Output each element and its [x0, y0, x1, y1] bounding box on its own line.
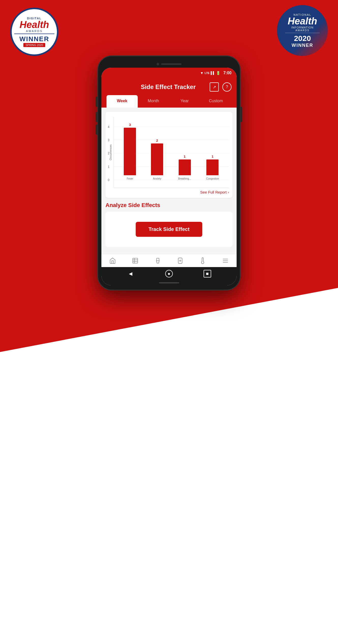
bar-breathing-rect — [179, 159, 191, 175]
bar-breathing: 1 Breathing... — [178, 155, 191, 180]
app-header: Side Effect Tracker ↗ ? Week Month Year … — [101, 78, 237, 108]
track-side-effect-button[interactable]: Track Side Effect — [136, 222, 202, 237]
header-icons: ↗ ? — [210, 82, 232, 92]
battery-icon: 🔋 — [216, 71, 220, 75]
tab-custom[interactable]: Custom — [200, 95, 232, 108]
bar-congestion-rect — [206, 159, 219, 175]
award-right-line2: Health — [288, 16, 317, 26]
app-title-row: Side Effect Tracker ↗ ? — [106, 82, 232, 92]
nav-menu[interactable] — [222, 257, 229, 264]
analyze-card: Track Side Effect — [105, 212, 233, 247]
bar-fever: 3 Fever — [124, 123, 136, 180]
grid-label-4: 4 — [108, 125, 110, 129]
bar-breathing-label: Breathing... — [178, 177, 191, 180]
see-full-report-link[interactable]: See Full Report › — [109, 190, 229, 194]
award-left-line2: Health — [20, 20, 49, 30]
help-button[interactable]: ? — [222, 82, 232, 92]
analyze-title: Analyze Side Effects — [105, 202, 233, 209]
tab-week[interactable]: Week — [106, 95, 138, 108]
grid-label-1: 1 — [108, 165, 110, 169]
grid-label-3: 3 — [108, 138, 110, 142]
status-bar: ▼ LTE ▌▌ 🔋 7:00 — [101, 68, 237, 78]
export-button[interactable]: ↗ — [210, 82, 219, 92]
app-content: Occurrences 4 3 2 — [101, 108, 237, 254]
bar-anxiety-value: 2 — [156, 139, 158, 142]
bar-breathing-value: 1 — [184, 155, 186, 158]
award-badge-right: NATIONAL Health INFORMATION AWARDS 2020 … — [277, 5, 328, 56]
grid-label-2: 2 — [108, 152, 110, 155]
tab-year[interactable]: Year — [169, 95, 200, 108]
camera-dot — [157, 63, 159, 65]
bar-anxiety: 2 Anxiety — [151, 139, 163, 180]
android-nav: ◀ ● ■ — [101, 267, 237, 280]
grid-label-0: 0 — [108, 178, 110, 182]
bar-fever-rect — [124, 128, 136, 175]
bar-fever-label: Fever — [127, 177, 133, 180]
chart-area: Occurrences 4 3 2 — [109, 117, 229, 188]
phone-bottom-indicator — [101, 280, 237, 285]
bar-congestion-value: 1 — [212, 155, 213, 158]
award-right-winner: WINNER — [292, 43, 313, 48]
camera-bar — [101, 61, 237, 68]
bottom-nav — [101, 254, 237, 267]
swipe-indicator — [159, 282, 179, 283]
app-title: Side Effect Tracker — [127, 83, 210, 91]
bars-area: 3 Fever 2 Anxiety — [116, 117, 226, 180]
chart-inner: 4 3 2 1 0 — [114, 117, 229, 188]
phone-body: ▼ LTE ▌▌ 🔋 7:00 Side Effect Tracker ↗ ? — [98, 56, 240, 290]
award-right-line4: AWARDS — [295, 29, 309, 32]
chevron-right-icon: › — [228, 190, 229, 194]
android-recent-button[interactable]: ■ — [204, 270, 211, 277]
nav-hydration[interactable] — [155, 257, 161, 264]
see-full-report-text: See Full Report — [200, 190, 227, 194]
nav-journal[interactable] — [132, 257, 139, 264]
bar-anxiety-label: Anxiety — [153, 177, 161, 180]
bar-congestion-label: Congestion — [206, 177, 219, 180]
status-time: 7:00 — [223, 71, 232, 75]
bar-fever-value: 3 — [129, 123, 131, 127]
nav-tracker[interactable] — [199, 257, 206, 264]
speaker — [161, 63, 181, 65]
analyze-section: Analyze Side Effects Track Side Effect — [105, 202, 233, 247]
android-home-button[interactable]: ● — [165, 270, 173, 277]
bar-congestion: 1 Congestion — [206, 155, 219, 180]
tab-month[interactable]: Month — [138, 95, 169, 108]
signal-icon: ▌▌ — [211, 71, 215, 75]
wifi-icon: ▼ — [200, 71, 204, 75]
svg-rect-0 — [133, 258, 138, 263]
award-right-year: 2020 — [294, 34, 311, 43]
chart-container: Occurrences 4 3 2 — [105, 112, 233, 198]
award-badge-left: DIGITAL Health AWARDS WINNER SPRING 2020 — [10, 8, 61, 56]
android-back-button[interactable]: ◀ — [127, 270, 134, 277]
award-right-line3: INFORMATION — [291, 26, 313, 29]
nav-home[interactable] — [109, 257, 116, 264]
award-left-line5: SPRING 2020 — [23, 43, 45, 47]
lte-icon: LTE — [205, 71, 210, 75]
nav-medication[interactable] — [177, 257, 183, 264]
award-left-line3: AWARDS — [26, 30, 42, 33]
tabs-row: Week Month Year Custom — [106, 95, 232, 108]
phone-device: ▼ LTE ▌▌ 🔋 7:00 Side Effect Tracker ↗ ? — [98, 56, 240, 290]
status-icons: ▼ LTE ▌▌ 🔋 7:00 — [200, 71, 232, 75]
award-left-line4: WINNER — [19, 35, 49, 43]
phone-screen: ▼ LTE ▌▌ 🔋 7:00 Side Effect Tracker ↗ ? — [101, 68, 237, 285]
bar-anxiety-rect — [151, 143, 163, 175]
